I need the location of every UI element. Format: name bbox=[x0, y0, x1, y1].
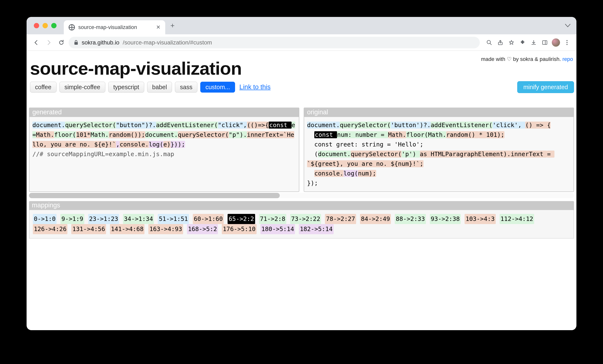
address-bar[interactable]: sokra.github.io/source-map-visualization… bbox=[69, 37, 480, 48]
code-segment[interactable]: * bbox=[479, 131, 486, 138]
code-segment[interactable]: num); bbox=[358, 170, 376, 177]
mapping-token[interactable]: 182->5:14 bbox=[299, 224, 333, 234]
code-segment[interactable]: number bbox=[355, 131, 381, 138]
close-window-button[interactable] bbox=[34, 23, 39, 28]
panel-icon[interactable] bbox=[540, 37, 550, 48]
code-segment[interactable]: 'click', bbox=[493, 122, 525, 129]
code-segment[interactable]: ( bbox=[307, 151, 318, 158]
code-segment[interactable]: 101); bbox=[486, 131, 504, 138]
code-segment[interactable]: () => { bbox=[525, 122, 551, 129]
reload-button[interactable] bbox=[56, 37, 67, 48]
mapping-token[interactable]: 73->2:22 bbox=[290, 214, 321, 224]
code-segment[interactable]: e) bbox=[163, 141, 171, 148]
mapping-token[interactable]: 131->4:56 bbox=[71, 224, 106, 234]
mapping-token[interactable]: 112->4:12 bbox=[499, 214, 534, 224]
code-segment[interactable]: ${num}!`; bbox=[391, 160, 423, 167]
mapping-token[interactable]: 88->2:33 bbox=[395, 214, 426, 224]
mapping-token[interactable]: 168->5:2 bbox=[187, 224, 218, 234]
repo-link[interactable]: repo bbox=[562, 56, 573, 62]
code-segment[interactable]: (()=>{ bbox=[247, 122, 269, 129]
simple-coffee-button[interactable]: simple-coffee bbox=[59, 82, 105, 93]
mapping-token[interactable]: 126->4:26 bbox=[33, 224, 67, 234]
babel-button[interactable]: babel bbox=[147, 82, 172, 93]
generated-code[interactable]: document.querySelector("button")?.addEve… bbox=[29, 117, 299, 163]
code-segment[interactable]: console. bbox=[120, 141, 149, 148]
mapping-token[interactable]: 180->5:14 bbox=[260, 224, 295, 234]
code-segment[interactable]: querySelector( bbox=[340, 122, 391, 129]
back-button[interactable] bbox=[31, 37, 42, 48]
mapping-token[interactable]: 93->2:38 bbox=[430, 214, 461, 224]
code-segment[interactable]: const bbox=[269, 122, 291, 129]
code-segment[interactable]: querySelector( bbox=[65, 122, 116, 129]
mapping-token[interactable]: 71->2:8 bbox=[259, 214, 286, 224]
code-segment[interactable]: random() bbox=[446, 131, 479, 138]
code-segment[interactable]: `${greet}, you are no. bbox=[307, 160, 391, 167]
mapping-token[interactable]: 0->1:0 bbox=[33, 214, 57, 224]
mapping-token[interactable]: 23->1:23 bbox=[88, 214, 119, 224]
menu-icon[interactable] bbox=[562, 37, 572, 48]
code-segment[interactable]: }); bbox=[307, 180, 318, 187]
star-icon[interactable] bbox=[506, 37, 517, 48]
new-tab-button[interactable]: + bbox=[168, 21, 177, 30]
mapping-token[interactable]: 65->2:2 bbox=[228, 214, 255, 224]
minify-button[interactable]: minify generated bbox=[517, 81, 574, 93]
code-segment[interactable]: addEventListener( bbox=[156, 122, 218, 129]
coffee-button[interactable]: coffee bbox=[30, 82, 57, 93]
share-icon[interactable] bbox=[495, 37, 505, 48]
code-segment[interactable]: 101* bbox=[76, 131, 91, 138]
typescript-button[interactable]: typescript bbox=[108, 82, 144, 93]
minimize-window-button[interactable] bbox=[43, 23, 48, 28]
forward-button[interactable] bbox=[44, 37, 54, 48]
code-segment[interactable]: Math. bbox=[388, 131, 406, 138]
code-segment[interactable]: 'p') bbox=[402, 151, 420, 158]
code-segment[interactable]: , bbox=[116, 141, 120, 148]
code-segment[interactable]: querySelector( bbox=[178, 131, 229, 138]
code-segment[interactable]: "p"). bbox=[229, 131, 247, 138]
code-segment[interactable]: console. bbox=[314, 170, 343, 177]
code-segment[interactable]: 'button')?. bbox=[391, 122, 431, 129]
mappings-list[interactable]: 0->1:09->1:923->1:2334->1:3451->1:5160->… bbox=[29, 210, 574, 239]
extensions-icon[interactable] bbox=[518, 37, 528, 48]
link-to-this[interactable]: Link to this bbox=[239, 83, 271, 91]
custom-button[interactable]: custom... bbox=[200, 82, 235, 93]
mapping-token[interactable]: 78->2:27 bbox=[325, 214, 356, 224]
code-segment[interactable]: })); bbox=[171, 141, 185, 148]
code-segment[interactable] bbox=[307, 170, 314, 177]
mapping-token[interactable]: 51->1:51 bbox=[158, 214, 189, 224]
code-segment[interactable]: innerText bbox=[511, 151, 547, 158]
tab-list-button[interactable] bbox=[565, 24, 570, 27]
original-code[interactable]: document.querySelector('button')?.addEve… bbox=[304, 117, 574, 191]
scrollbar-thumb[interactable] bbox=[29, 193, 280, 198]
mapping-token[interactable]: 9->1:9 bbox=[60, 214, 84, 224]
code-segment[interactable]: innerText= bbox=[247, 131, 283, 138]
code-segment[interactable]: addEventListener( bbox=[431, 122, 493, 129]
code-segment[interactable]: document. bbox=[32, 122, 65, 129]
mapping-token[interactable]: 141->4:68 bbox=[110, 224, 144, 234]
code-segment[interactable]: "button")?. bbox=[116, 122, 156, 129]
code-segment[interactable]: = bbox=[547, 151, 554, 158]
mapping-token[interactable]: 176->5:10 bbox=[222, 224, 256, 234]
code-segment[interactable]: floor( bbox=[54, 131, 76, 138]
mapping-token[interactable]: 60->1:60 bbox=[193, 214, 224, 224]
horizontal-scrollbar[interactable] bbox=[29, 193, 574, 198]
mapping-token[interactable]: 163->4:93 bbox=[148, 224, 183, 234]
code-segment[interactable]: querySelector( bbox=[351, 151, 402, 158]
code-segment[interactable]: const bbox=[314, 131, 337, 138]
mapping-token[interactable]: 34->1:34 bbox=[123, 214, 154, 224]
code-segment[interactable]: as HTMLParagraphElement). bbox=[420, 151, 511, 158]
code-segment[interactable]: Math. bbox=[428, 131, 446, 138]
browser-tab[interactable]: source-map-visualization ✕ bbox=[64, 20, 165, 34]
mapping-token[interactable]: 103->4:3 bbox=[464, 214, 496, 224]
maximize-window-button[interactable] bbox=[51, 23, 57, 28]
code-segment[interactable]: Math. bbox=[36, 131, 54, 138]
code-segment[interactable]: "click", bbox=[218, 122, 247, 129]
code-segment[interactable]: floor( bbox=[406, 131, 428, 138]
code-segment[interactable]: ${e}!` bbox=[94, 141, 116, 148]
search-icon[interactable] bbox=[484, 37, 494, 48]
code-segment[interactable]: const greet: string = 'Hello'; bbox=[307, 141, 424, 148]
download-icon[interactable] bbox=[529, 37, 539, 48]
code-segment[interactable]: Math. bbox=[91, 131, 109, 138]
code-segment[interactable]: random()); bbox=[109, 131, 145, 138]
code-segment[interactable] bbox=[307, 131, 314, 138]
code-segment[interactable]: = bbox=[381, 131, 388, 138]
